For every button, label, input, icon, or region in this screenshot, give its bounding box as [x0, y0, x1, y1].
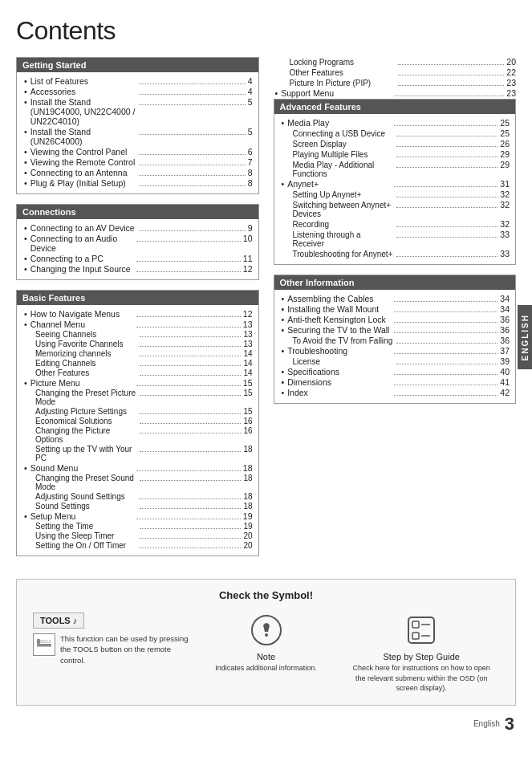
toc-dots — [394, 385, 498, 385]
toc-sub-label: Memorizing channels — [35, 349, 137, 358]
toc-item: Connecting a USB Device25 — [280, 128, 510, 138]
toc-label: License — [293, 357, 394, 366]
section-content-basic-features: How to Navigate Menus12Channel Menu13See… — [17, 305, 258, 556]
section-advanced-features: Advanced FeaturesMedia Play25Connecting … — [274, 99, 517, 265]
toc-item: To Avoid the TV from Falling36 — [280, 336, 510, 345]
toc-label: Installing the Wall Mount — [287, 304, 392, 314]
toc-page: 13 — [243, 330, 252, 339]
toc-label: Anynet+ — [287, 179, 392, 189]
section-other-information: Other InformationAssembling the Cables34… — [274, 275, 517, 404]
toc-dots — [396, 226, 497, 227]
toc-page: 7 — [248, 157, 253, 167]
toc-dots — [398, 85, 504, 86]
toc-page: 36 — [500, 315, 510, 324]
section-content-other-information: Assembling the Cables34Installing the Wa… — [274, 290, 516, 403]
toc-sub-label: Adjusting Picture Settings — [35, 407, 137, 416]
toc-page: 36 — [500, 336, 510, 345]
toc-item: Dimensions41 — [280, 377, 510, 387]
toc-page: 18 — [243, 463, 253, 473]
page-title: Contents — [16, 16, 516, 46]
two-col-layout: Getting StartedList of Features4Accessor… — [16, 57, 516, 566]
toc-page: 25 — [500, 128, 510, 138]
toc-page: 18 — [243, 502, 252, 511]
toc-page: 23 — [506, 88, 516, 98]
side-tab-label: ENGLISH — [521, 314, 530, 360]
toc-page: 41 — [500, 377, 510, 387]
section-content-getting-started: List of Features4Accessories4Install the… — [17, 72, 258, 193]
toc-label: Viewing the Control Panel — [30, 147, 136, 157]
toc-item: Specifications40 — [280, 367, 510, 376]
toc-page: 34 — [500, 304, 510, 314]
left-column: Getting StartedList of Features4Accessor… — [16, 57, 259, 566]
step-symbol-item: Step by Step Guide Check here for instru… — [343, 613, 499, 694]
toc-item: Securing the TV to the Wall36 — [280, 325, 510, 335]
toc-dots — [398, 75, 504, 75]
toc-dots — [396, 167, 497, 168]
right-top-items: Locking Programs20Other Features22Pictur… — [274, 57, 517, 98]
toc-label: How to Navigate Menus — [30, 309, 135, 319]
toc-label: Install the Stand (UN26C4000) — [30, 127, 136, 146]
toc-label: Recording — [293, 220, 394, 229]
toc-page: 16 — [243, 417, 252, 425]
toc-sub-label: Adjusting Sound Settings — [35, 492, 137, 501]
footer: English 3 — [16, 714, 516, 735]
tools-label: TOOLS — [40, 616, 71, 625]
toc-page: 23 — [506, 78, 516, 88]
toc-label: Listening through a Receiver — [293, 230, 394, 248]
toc-sub-label: Editing Channels — [35, 359, 137, 368]
section-getting-started: Getting StartedList of Features4Accessor… — [16, 57, 259, 194]
tools-box: TOOLS ♪ — [33, 613, 84, 629]
toc-dots — [136, 261, 241, 262]
toc-dots — [140, 499, 242, 499]
toc-dots — [394, 125, 498, 126]
toc-page: 25 — [500, 118, 510, 128]
toc-item: License39 — [280, 356, 510, 366]
toc-item: Installing the Wall Mount34 — [280, 304, 510, 314]
toc-dots — [140, 433, 242, 433]
toc-item: Media Play25 — [280, 118, 510, 128]
toc-dots — [136, 327, 241, 328]
toc-dots — [396, 364, 497, 364]
toc-label: Connecting to an Antenna — [30, 168, 136, 177]
toc-sub-label: Setting the On / Off Timer — [35, 541, 137, 550]
toc-item: Setting Up Anynet+32 — [280, 189, 510, 199]
toc-dots — [394, 311, 498, 312]
toc-dots — [140, 356, 242, 356]
english-side-tab: ENGLISH — [518, 305, 532, 369]
toc-label: Setting Up Anynet+ — [293, 190, 394, 199]
section-basic-features: Basic FeaturesHow to Navigate Menus12Cha… — [16, 290, 259, 556]
tools-symbol-item: TOOLS ♪ TOOLS This function can be used … — [33, 613, 189, 669]
toc-label: Troubleshooting for Anynet+ — [293, 250, 394, 258]
toc-page: 18 — [243, 492, 252, 501]
toc-dots — [394, 353, 498, 354]
toc-page: 18 — [243, 474, 252, 482]
toc-label: Securing the TV to the Wall — [287, 325, 392, 335]
toc-page: 29 — [500, 160, 510, 169]
toc-page: 36 — [500, 325, 510, 335]
toc-label: Connecting to an AV Device — [30, 223, 136, 233]
toc-dots — [139, 175, 245, 176]
toc-label: Plug & Play (Initial Setup) — [30, 178, 136, 188]
toc-page: 14 — [243, 368, 252, 377]
toc-label: Media Play - Additional Functions — [293, 161, 394, 178]
section-header-basic-features: Basic Features — [17, 291, 258, 305]
toc-label: Locking Programs — [290, 58, 396, 67]
toc-dots — [396, 157, 497, 157]
toc-page: 32 — [500, 189, 510, 199]
toc-page: 15 — [243, 389, 252, 397]
toc-sub-label: Setting up the TV with Your PC — [35, 445, 137, 462]
toc-item: Troubleshooting for Anynet+33 — [280, 249, 510, 258]
symbol-section: Check the Symbol! TOOLS ♪ TOOLS — [16, 579, 516, 706]
toc-page: 8 — [248, 178, 253, 188]
toc-dots — [394, 395, 498, 396]
toc-dots — [394, 301, 498, 302]
toc-page: 22 — [506, 67, 516, 77]
toc-dots — [140, 423, 242, 424]
toc-page: 19 — [243, 511, 253, 521]
toc-sub-label: Economical Solutions — [35, 417, 137, 425]
toc-dots — [140, 528, 242, 529]
toc-label: Index — [287, 388, 392, 397]
toc-page: 14 — [243, 349, 252, 358]
toc-label: Channel Menu — [30, 319, 135, 329]
toc-page: 5 — [248, 97, 253, 107]
